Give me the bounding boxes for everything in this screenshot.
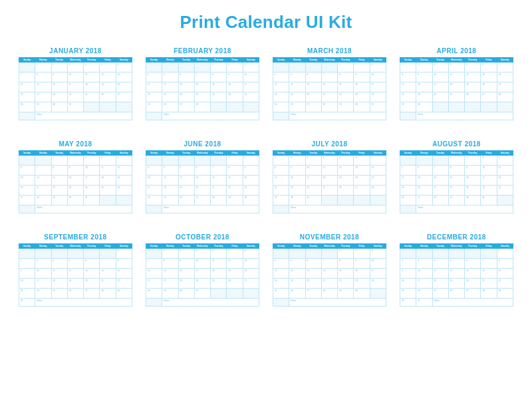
page-title: Print Calendar UI Kit [19,12,513,33]
day-cell: 26 [465,92,481,102]
day-cell-empty [448,102,464,112]
day-cell: 11 [51,269,67,279]
day-cell: 21 [370,176,386,186]
day-cell: 14 [321,82,337,92]
dow-header: Wednesday [67,151,83,156]
day-cell: 10 [416,269,432,279]
day-cell-empty [305,63,321,72]
day-cell-empty [227,289,243,299]
day-cell: 26 [162,102,178,112]
day-cell: 22 [338,92,354,102]
day-cell: 6 [305,259,321,269]
day-cell: 13 [84,269,100,279]
day-cell-empty [211,156,227,166]
day-cell: 7 [481,259,497,269]
day-cell: 27 [84,289,100,299]
day-cell-empty [194,156,210,166]
day-cell: 21 [35,186,51,196]
day-cell: 3 [305,156,321,166]
day-cell: 3 [481,156,497,166]
day-cell: 22 [116,279,132,289]
day-cell: 7 [321,259,337,269]
day-cell: 19 [67,279,83,289]
day-cell: 20 [465,279,481,289]
day-cell: 14 [100,269,116,279]
day-cell: 9 [19,269,35,279]
month-title: OCTOBER 2018 [146,233,259,241]
day-cell: 2 [289,156,305,166]
day-cell: 20 [481,82,497,92]
day-cell: 24 [481,186,497,196]
day-cell: 10 [243,72,259,82]
dow-header: Saturday [116,151,132,156]
day-cell: 6 [194,166,210,176]
month-grid: SundayMondayTuesdayWednesdayThursdayFrid… [273,150,386,213]
day-cell: 29 [400,102,416,112]
day-cell: 8 [35,72,51,82]
day-cell: 28 [432,196,448,205]
day-cell: 3 [370,63,386,72]
dow-header: Monday [416,151,432,156]
day-cell: 20 [305,92,321,102]
day-cell-empty [146,249,162,259]
dow-header: Friday [227,244,243,249]
day-cell: 28 [497,92,513,102]
dow-header: Monday [162,244,178,249]
day-cell: 12 [338,166,354,176]
day-cell: 17 [481,176,497,186]
day-cell: 6 [178,72,194,82]
dow-header: Saturday [497,58,513,63]
day-cell-empty [146,63,162,72]
dow-header: Tuesday [305,151,321,156]
day-cell: 5 [162,72,178,82]
day-cell: 13 [465,269,481,279]
day-cell: 5 [100,63,116,72]
day-cell: 23 [178,279,194,289]
dow-header: Wednesday [67,244,83,249]
dow-header: Tuesday [51,151,67,156]
day-cell: 9 [416,72,432,82]
day-cell: 18 [146,92,162,102]
day-cell-empty [146,299,162,307]
day-cell-empty [116,102,132,112]
day-cell: 30 [67,196,83,205]
dow-header: Sunday [146,244,162,249]
dow-header: Wednesday [448,151,464,156]
day-cell: 19 [162,92,178,102]
day-cell: 23 [19,289,35,299]
day-cell: 1 [211,63,227,72]
day-cell: 16 [465,176,481,186]
month-title: JUNE 2018 [146,140,259,148]
day-cell: 26 [67,289,83,299]
day-cell: 21 [432,186,448,196]
day-cell: 12 [448,269,464,279]
day-cell: 21 [211,186,227,196]
day-cell: 6 [465,259,481,269]
calendar-kit-page: Print Calendar UI Kit JANUARY 2018Sunday… [0,0,532,399]
day-cell: 10 [84,166,100,176]
dow-header: Saturday [370,244,386,249]
day-cell: 16 [354,82,370,92]
day-cell: 27 [481,92,497,102]
day-cell: 29 [51,196,67,205]
day-cell: 26 [400,196,416,205]
day-cell: 28 [100,289,116,299]
day-cell: 20 [354,176,370,186]
day-cell: 5 [338,156,354,166]
month-card: DECEMBER 2018SundayMondayTuesdayWednesda… [400,233,513,307]
day-cell-empty [146,156,162,166]
dow-header: Thursday [465,58,481,63]
day-cell: 28 [146,289,162,299]
dow-header: Thursday [84,244,100,249]
day-cell: 8 [497,259,513,269]
day-cell: 6 [354,156,370,166]
day-cell: 18 [162,186,178,196]
day-cell-empty [51,249,67,259]
day-cell: 23 [289,186,305,196]
day-cell: 8 [400,72,416,82]
day-cell: 18 [321,176,337,186]
day-cell: 30 [51,102,67,112]
day-cell: 9 [243,166,259,176]
dow-header: Monday [289,244,305,249]
dow-header: Tuesday [432,151,448,156]
